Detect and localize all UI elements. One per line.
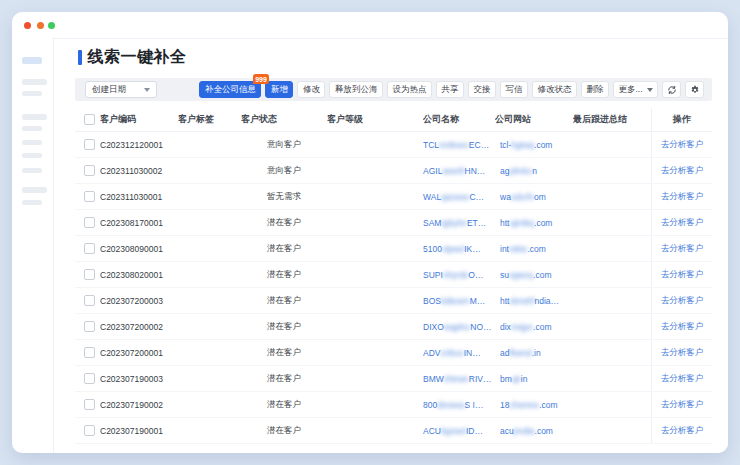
row-checkbox[interactable] xyxy=(84,425,95,436)
row-checkbox[interactable] xyxy=(84,139,95,150)
redacted-text: xbnshf xyxy=(509,296,534,306)
redacted-text: plmko xyxy=(509,166,532,176)
more-button[interactable]: 更多... xyxy=(613,81,658,98)
window-titlebar xyxy=(12,12,728,38)
toolbar-button[interactable]: 删除 xyxy=(581,81,609,98)
customer-code-cell: C202307200002 xyxy=(100,314,178,339)
company-website-link[interactable]: suvgwzq.com xyxy=(495,262,573,287)
button-label: 补全公司信息 xyxy=(205,85,256,94)
company-name-link[interactable]: SAMtgbyhnET… xyxy=(423,210,495,235)
customer-code-cell: C202311030002 xyxy=(100,158,178,183)
traffic-light-zoom-button[interactable] xyxy=(48,22,55,29)
row-checkbox[interactable] xyxy=(84,399,95,410)
company-website-link[interactable]: intrskte.com xyxy=(495,236,573,261)
visible-text: O… xyxy=(468,270,483,280)
customer-tag-cell xyxy=(178,262,241,287)
company-website-link[interactable]: tcl-hgtwq.com xyxy=(495,132,573,157)
traffic-light-close-button[interactable] xyxy=(24,22,31,29)
company-name-link[interactable]: BOSkdiewmM… xyxy=(423,288,495,313)
redacted-text: drewva xyxy=(437,400,464,410)
analyze-customer-link[interactable]: 去分析客户 xyxy=(661,373,704,385)
add-button[interactable]: 新增 xyxy=(265,81,293,98)
visible-text: .com xyxy=(533,270,551,280)
table-row: C202307200001潜在客户ADVcrtboxIN…adfkwnd.in去… xyxy=(75,340,712,366)
analyze-customer-link[interactable]: 去分析客户 xyxy=(661,139,704,151)
visible-text: acu xyxy=(500,426,514,436)
row-checkbox[interactable] xyxy=(84,321,95,332)
analyze-customer-link[interactable]: 去分析客户 xyxy=(661,191,704,203)
company-website-link[interactable]: bmqkin xyxy=(495,366,573,391)
company-website-link[interactable]: httujmikq.com xyxy=(495,210,573,235)
row-checkbox[interactable] xyxy=(84,191,95,202)
company-name-link[interactable]: ADVcrtboxIN… xyxy=(423,340,495,365)
analyze-customer-link[interactable]: 去分析客户 xyxy=(661,165,704,177)
toolbar-button[interactable]: 修改 xyxy=(297,81,325,98)
company-name-link[interactable]: TCL mnbvexEC… xyxy=(423,132,495,157)
row-checkbox[interactable] xyxy=(84,373,95,384)
company-name-link[interactable]: SUPInhyrdxO… xyxy=(423,262,495,287)
customer-tag-cell xyxy=(178,158,241,183)
customer-tag-cell xyxy=(178,236,241,261)
redacted-text: jmdta xyxy=(514,426,535,436)
table-row: C202307190003潜在客户BMWzhtrwnRIV…bmqkin去分析客… xyxy=(75,366,712,392)
complete-company-info-button[interactable]: 补全公司信息 999 xyxy=(199,81,261,98)
followup-summary-cell xyxy=(573,392,651,417)
analyze-customer-link[interactable]: 去分析客户 xyxy=(661,321,704,333)
customer-code-cell: C202312120001 xyxy=(100,132,178,157)
row-checkbox[interactable] xyxy=(84,347,95,358)
followup-summary-cell xyxy=(573,236,651,261)
row-checkbox[interactable] xyxy=(84,165,95,176)
column-header: 客户状态 xyxy=(241,108,327,131)
row-checkbox[interactable] xyxy=(84,217,95,228)
analyze-customer-link[interactable]: 去分析客户 xyxy=(661,243,704,255)
company-website-link[interactable]: adfkwnd.in xyxy=(495,340,573,365)
company-website-link[interactable]: dixmsjye.com xyxy=(495,314,573,339)
row-checkbox-cell xyxy=(75,158,100,183)
action-cell: 去分析客户 xyxy=(651,184,712,209)
company-website-link[interactable]: acujmdta.com xyxy=(495,418,573,443)
analyze-customer-link[interactable]: 去分析客户 xyxy=(661,425,704,437)
select-all-checkbox[interactable] xyxy=(84,114,95,125)
redacted-text: chsmne xyxy=(509,400,539,410)
customer-status-cell: 意向客户 xyxy=(241,158,327,183)
analyze-customer-link[interactable]: 去分析客户 xyxy=(661,295,704,307)
company-name-link[interactable]: ACUbgrwelID… xyxy=(423,418,495,443)
followup-summary-cell xyxy=(573,262,651,287)
toolbar-button[interactable]: 设为热点 xyxy=(387,81,432,98)
traffic-light-minimize-button[interactable] xyxy=(37,22,44,29)
analyze-customer-link[interactable]: 去分析客户 xyxy=(661,269,704,281)
date-filter-select[interactable]: 创建日期 xyxy=(85,81,157,98)
row-checkbox[interactable] xyxy=(84,295,95,306)
toolbar-button[interactable]: 交接 xyxy=(468,81,496,98)
company-name-link[interactable]: AGILwsxrftHN… xyxy=(423,158,495,183)
analyze-customer-link[interactable]: 去分析客户 xyxy=(661,399,704,411)
toolbar-button[interactable]: 修改状态 xyxy=(532,81,577,98)
column-header: 公司网站 xyxy=(495,108,573,131)
company-name-link[interactable]: 5100 olpwdIK… xyxy=(423,236,495,261)
company-website-link[interactable]: agplmkon xyxy=(495,158,573,183)
visible-text: tcl- xyxy=(500,140,511,150)
company-name-link[interactable]: 800 drewvaS I… xyxy=(423,392,495,417)
company-website-link[interactable]: waedcrfvom xyxy=(495,184,573,209)
toolbar-button[interactable]: 写信 xyxy=(500,81,528,98)
company-website-link[interactable]: 18chsmne.com xyxy=(495,392,573,417)
row-checkbox[interactable] xyxy=(84,243,95,254)
analyze-customer-link[interactable]: 去分析客户 xyxy=(661,347,704,359)
table-body: C202312120001意向客户TCL mnbvexEC…tcl-hgtwq.… xyxy=(75,132,712,444)
row-checkbox-cell xyxy=(75,340,100,365)
company-name-link[interactable]: DIXOwqplncNO… xyxy=(423,314,495,339)
visible-text: htt xyxy=(500,296,509,306)
refresh-button[interactable] xyxy=(662,81,681,98)
visible-text: AGIL xyxy=(423,166,442,176)
company-name-link[interactable]: WALqazwsxC… xyxy=(423,184,495,209)
toolbar-button[interactable]: 释放到公海 xyxy=(329,81,383,98)
table-settings-button[interactable] xyxy=(685,81,704,98)
column-header: 客户标签 xyxy=(178,108,241,131)
company-name-link[interactable]: BMWzhtrwnRIV… xyxy=(423,366,495,391)
sidebar-item-skeleton xyxy=(22,126,42,131)
column-header: 公司名称 xyxy=(423,108,495,131)
toolbar-button[interactable]: 共享 xyxy=(436,81,464,98)
company-website-link[interactable]: httxbnshfndia… xyxy=(495,288,573,313)
row-checkbox[interactable] xyxy=(84,269,95,280)
analyze-customer-link[interactable]: 去分析客户 xyxy=(661,217,704,229)
